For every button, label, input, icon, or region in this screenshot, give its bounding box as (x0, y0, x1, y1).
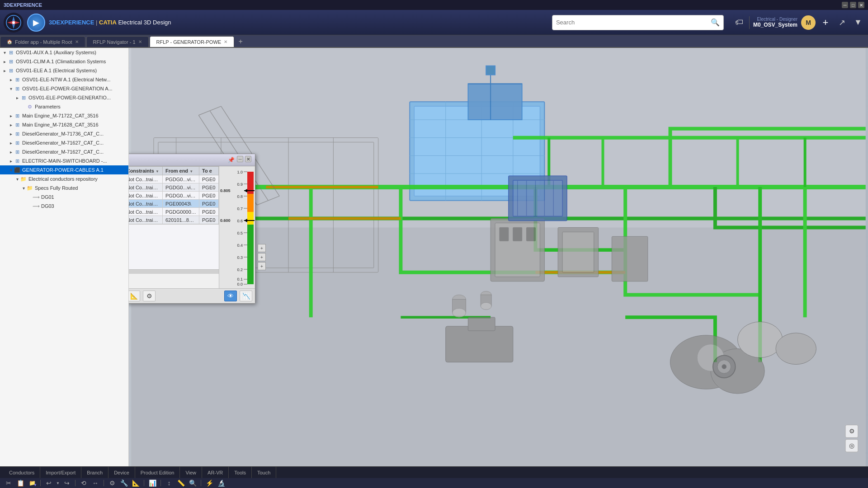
col-from-end[interactable]: From end ▼ (162, 167, 199, 175)
tool-rotate[interactable]: ⟲ (79, 479, 89, 487)
expand-osv-clim[interactable] (2, 59, 7, 64)
tree-item-diesel-gen-3[interactable]: ⊞ DieselGenerator_M-71627_CAT_C... (0, 147, 128, 156)
bookmark-icon[interactable]: 🏷 (733, 16, 745, 29)
expand-gen-power-cables[interactable] (8, 167, 14, 173)
expand-osv-ele-ntw[interactable] (8, 77, 14, 82)
menu-tab-tools[interactable]: Tools (229, 467, 252, 479)
expand-specs-fully-routed[interactable] (21, 185, 26, 191)
tool-dim[interactable]: 📏 (176, 479, 186, 487)
compass-logo[interactable] (4, 13, 24, 33)
rp-icon-graph[interactable]: 📉 (240, 291, 252, 301)
user-avatar[interactable]: M (801, 15, 816, 30)
tab-bar: 🏠 Folder app - Multiple Root ✕ RFLP Navi… (0, 35, 868, 48)
play-button[interactable]: ▶ (27, 14, 45, 32)
expand-main-engine-1[interactable] (8, 113, 14, 118)
tool-connect[interactable]: 🔧 (119, 479, 129, 487)
tool-copy[interactable]: 📋 (15, 479, 25, 487)
panel-minimize-btn[interactable]: ─ (237, 156, 243, 162)
expand-osv-ele-power-gen[interactable] (14, 95, 20, 100)
menu-tab-view[interactable]: View (180, 467, 202, 479)
tool-redo[interactable]: ↪ (62, 479, 72, 487)
tree-item-specs-fully-routed[interactable]: 📁 Specs Fully Routed (0, 183, 128, 192)
settings-icon[interactable]: ▼ (852, 16, 864, 29)
col-constraints[interactable]: Constraints ▼ (123, 167, 162, 175)
tree-item-dg03[interactable]: ⟿ DG03 (0, 202, 128, 211)
tool-measure[interactable]: ↔ (90, 479, 100, 487)
expand-side-button-1[interactable]: + (258, 244, 266, 252)
expand-diesel-gen-1[interactable] (8, 131, 14, 136)
tab-rflp-nav[interactable]: RFLP Navigator - 1 ✕ (86, 36, 149, 47)
cell-to-end: PGE0 (199, 175, 219, 183)
add-icon[interactable]: + (819, 16, 832, 29)
panel-pin-icon[interactable]: 📌 (227, 156, 235, 164)
expand-osv-aux[interactable] (2, 50, 7, 55)
tree-item-osv-ele-power-gen[interactable]: ⊞ OSV01-ELE-POWER-GENERATIO... (0, 93, 128, 102)
svg-rect-88 (247, 225, 254, 284)
tab-folder-app[interactable]: 🏠 Folder app - Multiple Root ✕ (0, 36, 85, 47)
svg-point-48 (453, 308, 466, 317)
tool-snap[interactable]: ⚙ (107, 479, 117, 487)
tree-item-dg01[interactable]: ⟿ DG01 (0, 192, 128, 202)
tool-sep-1 (40, 480, 41, 486)
tool-strip: ✂ 📋 📁▼ ↩ ▼ ↪ ⟲ ↔ ⚙ 🔧 📐 📊 ↕ 📏 🔍 ⚡ 🔬 (0, 478, 868, 488)
rp-icon-eye[interactable]: 👁 (224, 291, 237, 301)
tool-paste[interactable]: 📁▼ (27, 479, 37, 487)
tool-cut[interactable]: ✂ (4, 479, 14, 487)
tool-analyze[interactable]: 🔬 (216, 479, 226, 487)
tab-add-button[interactable]: + (235, 36, 246, 47)
col-to-end[interactable]: To e (199, 167, 219, 175)
share-icon[interactable]: ↗ (835, 16, 848, 29)
expand-diesel-gen-3[interactable] (8, 149, 14, 155)
tab-close-folder[interactable]: ✕ (75, 39, 79, 44)
tree-item-osv-clim[interactable]: ⊞ OSV01-CLIM A.1 (Climatization Systems (0, 57, 128, 66)
menu-tab-import-export[interactable]: Import/Export (40, 467, 81, 479)
tool-undo-dropdown[interactable]: ▼ (56, 479, 60, 487)
expand-side-button-2[interactable]: + (258, 253, 266, 261)
panel-close-btn[interactable]: ✕ (245, 156, 251, 162)
tool-electric[interactable]: ⚡ (204, 479, 214, 487)
tree-item-osv-ele-power[interactable]: ⊞ OSV01-ELE-POWER-GENERATION A... (0, 84, 128, 93)
tree-item-params[interactable]: ⚙ Parameters (0, 102, 128, 111)
tab-rflp-gen[interactable]: RFLP - GENERATOR-POWE ✕ (150, 36, 235, 47)
expand-diesel-gen-2[interactable] (8, 140, 14, 145)
tree-item-main-engine-1[interactable]: ⊞ Main Engine_M-71722_CAT_3516 (0, 111, 128, 120)
menu-tab-conductors[interactable]: Conductors (4, 467, 40, 479)
menu-tab-ar-vr[interactable]: AR-VR (202, 467, 229, 479)
tree-item-diesel-gen-2[interactable]: ⊞ DieselGenerator_M-71627_CAT_C... (0, 138, 128, 147)
tree-item-diesel-gen-1[interactable]: ⊞ DieselGenerator_M-71736_CAT_C... (0, 129, 128, 138)
rp-icon-measure[interactable]: 📐 (127, 291, 140, 301)
expand-main-engine-2[interactable] (8, 122, 14, 127)
tab-close-rflp-gen[interactable]: ✕ (224, 39, 227, 44)
expand-side-button-3[interactable]: + (258, 262, 266, 270)
tree-item-osv-ele[interactable]: ⊞ OSV01-ELE A.1 (Electrical Systems) (0, 66, 128, 75)
tree-item-elec-conductors[interactable]: 📁 Electrical conductors repository (0, 174, 128, 183)
tree-item-osv-ele-ntw[interactable]: ⊞ OSV01-ELE-NTW A.1 (Electrical Netw... (0, 75, 128, 84)
sort-constraints-icon[interactable]: ▼ (156, 169, 159, 174)
menu-tab-product-edition[interactable]: Product Edition (135, 467, 180, 479)
tab-close-rflp-nav[interactable]: ✕ (138, 39, 142, 44)
tool-arrow[interactable]: ↕ (164, 479, 174, 487)
expand-elec-conductors[interactable] (14, 176, 20, 182)
menu-tab-branch[interactable]: Branch (81, 467, 108, 479)
tool-undo[interactable]: ↩ (44, 479, 54, 487)
expand-osv-ele[interactable] (2, 68, 7, 73)
expand-electric-main[interactable] (8, 158, 14, 164)
tool-table[interactable]: 📊 (147, 479, 157, 487)
menu-tab-device[interactable]: Device (108, 467, 135, 479)
search-icon[interactable]: 🔍 (711, 18, 720, 27)
menu-tab-touch[interactable]: Touch (252, 467, 276, 479)
close-button[interactable]: ✕ (858, 2, 864, 8)
rp-icon-settings[interactable]: ⚙ (143, 291, 156, 301)
tree-item-electric-main[interactable]: ⊞ ELECTRIC-MAIN-SWITCHBOARD -... (0, 156, 128, 165)
minimize-button[interactable]: ─ (842, 2, 848, 8)
tool-zoom[interactable]: 🔍 (188, 479, 198, 487)
svg-rect-86 (247, 194, 254, 212)
search-input[interactable] (556, 19, 711, 26)
tree-item-main-engine-2[interactable]: ⊞ Main Engine_M-71628_CAT_3516 (0, 120, 128, 129)
tool-route[interactable]: 📐 (131, 479, 141, 487)
tree-item-gen-power-cables[interactable]: ⬛ GENERATOR-POWER-CABLES A.1 (0, 165, 128, 174)
sort-fromend-icon[interactable]: ▼ (189, 169, 193, 174)
tree-item-osv-aux[interactable]: ⊞ OSV01-AUX A.1 (Auxiliary Systems) (0, 48, 128, 57)
expand-osv-ele-power[interactable] (8, 86, 14, 91)
maximize-button[interactable]: □ (850, 2, 856, 8)
